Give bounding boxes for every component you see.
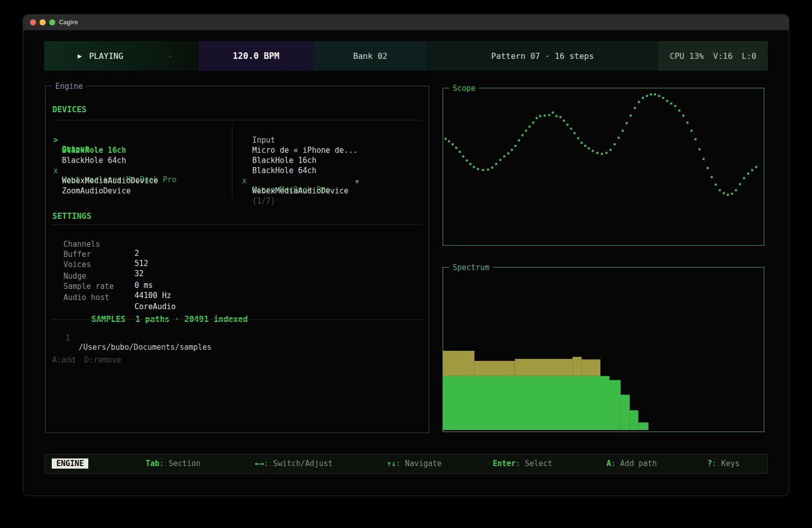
- setting-row-nudge[interactable]: Nudge 0 ms: [46, 262, 82, 273]
- column-divider: [232, 125, 232, 199]
- app-window: Cagire ▶ PLAYING 120.0 BPM Bank 02 Patte…: [23, 14, 789, 496]
- hint-section: Tab: Section: [146, 459, 200, 468]
- divider: [52, 224, 422, 225]
- device-list-counter: (1/7): [46, 187, 82, 197]
- window-titlebar[interactable]: Cagire: [23, 15, 789, 30]
- device-item[interactable]: Micro de « iPhone de...: [46, 137, 82, 147]
- cpu-stat: CPU 13%: [670, 51, 704, 61]
- setting-row-samplerate[interactable]: Sample rate 44100 Hz: [46, 273, 82, 283]
- more-below-icon: ▼: [355, 178, 359, 185]
- device-item[interactable]: WebexMediaAudioDevice ▼: [46, 177, 82, 187]
- hint-select: Enter: Select: [493, 459, 552, 468]
- transport-dash: -: [168, 41, 173, 71]
- left-right-arrows-icon: ←→: [255, 459, 264, 468]
- setting-row-channels[interactable]: Channels 2: [46, 230, 82, 241]
- hint-keys: ?: Keys: [707, 459, 739, 468]
- bpm-display: 120.0 BPM: [198, 41, 314, 71]
- setting-row-audiohost[interactable]: Audio host CoreAudio: [46, 284, 82, 294]
- divider: [52, 319, 422, 320]
- desktop: Cagire ▶ PLAYING 120.0 BPM Bank 02 Patte…: [0, 0, 812, 528]
- voices-stat: V:16: [713, 51, 733, 61]
- device-item[interactable]: BlackHole 16ch: [46, 147, 82, 157]
- hint-switch-adjust: ←→: Switch/Adjust: [255, 459, 333, 468]
- latency-stat: L:0: [742, 51, 757, 61]
- spectrum-panel: Spectrum: [443, 267, 764, 432]
- device-item[interactable]: BlackHole 64ch: [46, 157, 82, 167]
- zoom-window-icon[interactable]: [49, 19, 55, 25]
- spectrum-bars: [443, 268, 764, 432]
- window-title: Cagire: [59, 19, 78, 26]
- system-stats: CPU 13% V:16 L:0: [658, 41, 768, 71]
- divider: [52, 120, 422, 120]
- transport-label: PLAYING: [89, 51, 123, 61]
- sample-path-row[interactable]: 1 /Users/bubo/Documents/samples: [46, 324, 82, 335]
- engine-panel-title: Engine: [52, 81, 86, 91]
- key-hint-bar: ENGINE Tab: Section ←→: Switch/Adjust ↑↓…: [44, 454, 768, 474]
- bank-display: Bank 02: [314, 41, 427, 71]
- path-index: 1: [65, 334, 70, 343]
- devices-heading: DEVICES: [52, 105, 86, 114]
- close-window-icon[interactable]: [30, 19, 36, 25]
- samples-key-hint: A:add D:remove: [52, 355, 121, 366]
- settings-heading: SETTINGS: [52, 211, 91, 221]
- engine-panel: Engine DEVICES > Output BlackHole 16ch B…: [45, 86, 429, 433]
- minimize-window-icon[interactable]: [40, 19, 46, 25]
- mode-badge: ENGINE: [52, 458, 88, 469]
- setting-row-buffer[interactable]: Buffer 512: [46, 241, 82, 251]
- active-mark-icon: x: [242, 176, 247, 185]
- path-value: /Users/bubo/Documents/samples: [79, 343, 212, 352]
- scope-waveform: [443, 88, 764, 245]
- up-down-arrows-icon: ↑↓: [387, 459, 396, 468]
- device-item[interactable]: x Micro MacBook Pro: [46, 167, 82, 177]
- hint-navigate: ↑↓: Navigate: [387, 459, 442, 468]
- play-icon: ▶: [78, 52, 82, 60]
- device-item-input-header[interactable]: Input: [46, 126, 82, 137]
- status-bar: ▶ PLAYING 120.0 BPM Bank 02 Pattern 07 ·…: [44, 41, 768, 71]
- setting-row-voices[interactable]: Voices 32: [46, 251, 82, 261]
- transport-status: ▶ PLAYING: [44, 41, 198, 71]
- scope-panel: Scope: [443, 88, 764, 246]
- pattern-display: Pattern 07 · 16 steps: [427, 41, 658, 71]
- hint-add-path: A: Add path: [606, 459, 657, 468]
